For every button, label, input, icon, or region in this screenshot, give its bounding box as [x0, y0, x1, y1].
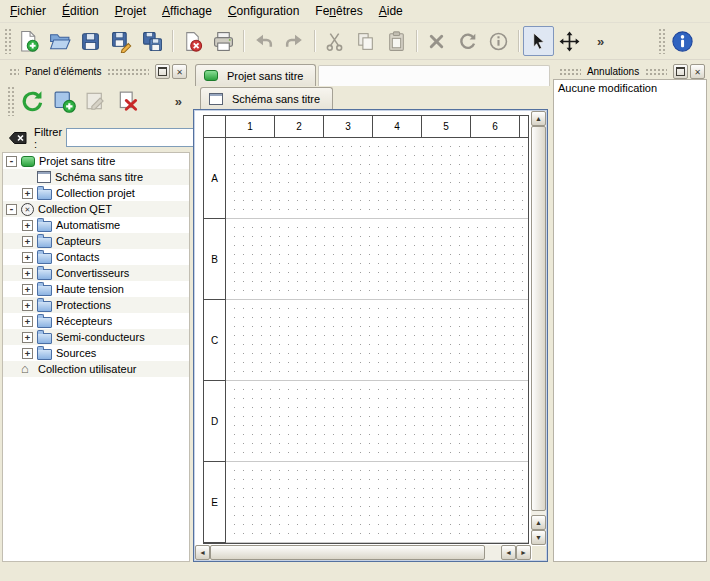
tree-expander[interactable] [22, 284, 33, 295]
filter-label: Filtrer : [34, 126, 62, 150]
tree-item[interactable]: Protections [3, 297, 189, 313]
delete-element-button[interactable] [112, 85, 144, 117]
select-tool-button[interactable] [523, 26, 554, 56]
schema-canvas[interactable] [226, 138, 528, 543]
menu-item[interactable]: Affichage [154, 1, 220, 21]
save-all-icon [141, 30, 164, 53]
undo-history-item[interactable]: Aucune modification [554, 80, 706, 96]
scroll-up-button[interactable] [531, 515, 546, 530]
tree-expander[interactable] [22, 300, 33, 311]
info-button[interactable] [483, 26, 514, 56]
save-button[interactable] [75, 26, 106, 56]
tree-item[interactable]: Sources [3, 345, 189, 361]
horizontal-scrollbar[interactable] [195, 545, 531, 560]
toolbar-grip[interactable] [4, 28, 11, 54]
menu-item[interactable]: Aide [371, 1, 411, 21]
delete-button[interactable] [421, 26, 452, 56]
vertical-scrollbar[interactable] [531, 111, 546, 545]
undo-button[interactable] [248, 26, 279, 56]
about-button[interactable] [667, 26, 698, 56]
tree-expander[interactable] [22, 236, 33, 247]
horizontal-scrollbar-thumb[interactable] [210, 545, 485, 560]
redo-button[interactable] [279, 26, 310, 56]
scroll-left-button[interactable] [501, 545, 516, 560]
copy-button[interactable] [350, 26, 381, 56]
tree-expander[interactable] [6, 156, 17, 167]
right-dock-title: Annulations [585, 66, 641, 77]
elements-panel-dock: Panel d'éléments [2, 63, 190, 562]
project-tab[interactable]: Projet sans titre [195, 64, 316, 86]
tree-item[interactable]: Haute tension [3, 281, 189, 297]
edit-element-button[interactable] [80, 85, 112, 117]
rotate-button[interactable] [452, 26, 483, 56]
toolbar-grip[interactable] [7, 86, 14, 116]
tree-item[interactable]: Projet sans titre [3, 153, 189, 169]
tree-item[interactable]: Schéma sans titre [3, 169, 189, 185]
folder-icon [37, 301, 52, 312]
menu-item[interactable]: Fenêtres [307, 1, 370, 21]
toolbar-grip[interactable] [658, 28, 665, 54]
menu-item[interactable]: Édition [54, 1, 107, 21]
tree-item[interactable]: Récepteurs [3, 313, 189, 329]
tree-item[interactable]: Semi-conducteurs [3, 329, 189, 345]
scroll-up-button[interactable] [531, 111, 546, 126]
toolbar-overflow-button[interactable]: » [585, 26, 616, 56]
edit-element-icon [83, 88, 109, 114]
close-file-button[interactable] [177, 26, 208, 56]
overflow-chevron-icon[interactable]: » [175, 95, 182, 108]
folder-icon [37, 189, 52, 200]
tree-item[interactable]: Convertisseurs [3, 265, 189, 281]
folder-icon [37, 285, 52, 296]
scroll-left-button[interactable] [195, 545, 210, 560]
cut-button[interactable] [319, 26, 350, 56]
float-dock-button[interactable] [155, 64, 170, 79]
right-dock-header[interactable]: Annulations [552, 63, 708, 79]
dock-grip[interactable] [645, 67, 667, 75]
scroll-right-button[interactable] [516, 545, 531, 560]
menu-item[interactable]: Projet [107, 1, 154, 21]
elements-tree: Projet sans titre Schéma sans titre Coll… [2, 152, 190, 562]
tree-item[interactable]: Collection projet [3, 185, 189, 201]
tree-item[interactable]: Collection utilisateur [3, 361, 189, 377]
menu-item[interactable]: Configuration [220, 1, 307, 21]
scroll-down-button[interactable] [531, 530, 546, 545]
print-button[interactable] [208, 26, 239, 56]
dock-grip[interactable] [9, 67, 19, 75]
tree-expander[interactable] [22, 268, 33, 279]
close-dock-button[interactable] [690, 64, 705, 79]
reload-collections-button[interactable] [16, 85, 48, 117]
menu-item[interactable]: Fichier [2, 1, 54, 21]
tree-expander[interactable] [22, 332, 33, 343]
dock-grip[interactable] [107, 67, 149, 75]
column-header: 6 [471, 116, 520, 137]
float-dock-button[interactable] [673, 64, 688, 79]
schema-tab[interactable]: Schéma sans titre [200, 87, 333, 109]
sheet-corner [204, 116, 226, 138]
save-as-button[interactable] [106, 26, 137, 56]
clear-filter-button[interactable] [6, 128, 30, 148]
tree-expander[interactable] [22, 220, 33, 231]
tree-item[interactable]: Collection QET [3, 201, 189, 217]
tree-item-label: Capteurs [56, 235, 101, 247]
close-dock-button[interactable] [172, 64, 187, 79]
paste-button[interactable] [381, 26, 412, 56]
tree-item[interactable]: Capteurs [3, 233, 189, 249]
tree-item-label: Convertisseurs [56, 267, 129, 279]
left-dock-header[interactable]: Panel d'éléments [2, 63, 190, 79]
new-element-button[interactable] [48, 85, 80, 117]
tree-expander[interactable] [22, 316, 33, 327]
tree-expander[interactable] [22, 348, 33, 359]
tree-expander[interactable] [22, 188, 33, 199]
dock-grip[interactable] [559, 67, 581, 75]
vertical-scrollbar-thumb[interactable] [531, 126, 546, 511]
tree-item[interactable]: Contacts [3, 249, 189, 265]
tree-expander[interactable] [22, 252, 33, 263]
toolbar-separator [310, 28, 319, 54]
save-icon [79, 30, 102, 53]
tree-item[interactable]: Automatisme [3, 217, 189, 233]
tree-expander[interactable] [6, 204, 17, 215]
new-file-button[interactable] [13, 26, 44, 56]
save-all-button[interactable] [137, 26, 168, 56]
open-file-button[interactable] [44, 26, 75, 56]
move-tool-button[interactable] [554, 26, 585, 56]
